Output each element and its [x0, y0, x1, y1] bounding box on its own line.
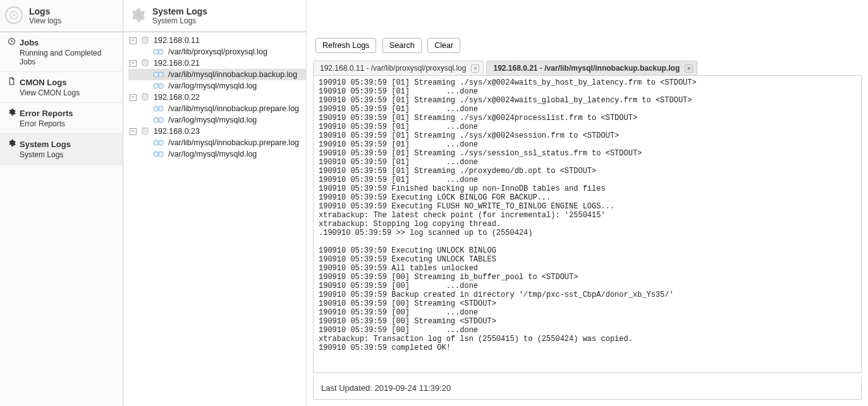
- clear-button[interactable]: Clear: [427, 38, 460, 53]
- tree-file[interactable]: /var/lib/mysql/innobackup.backup.log: [128, 69, 306, 80]
- tree-file[interactable]: /var/log/mysql/mysqld.log: [128, 114, 306, 126]
- action-bar: Refresh Logs Search Clear: [313, 6, 862, 59]
- nav-item-system-logs[interactable]: System LogsSystem Logs: [0, 134, 123, 165]
- refresh-button[interactable]: Refresh Logs: [315, 38, 376, 53]
- tree-host-label: 192.168.0.23: [154, 127, 200, 136]
- close-icon[interactable]: ×: [471, 64, 479, 73]
- clock-icon: [8, 37, 20, 47]
- gear-icon: [8, 108, 20, 118]
- file-icon: [8, 77, 20, 87]
- nav-desc: System Logs: [20, 150, 118, 159]
- tree-file-label: /var/lib/mysql/innobackup.prepare.log: [168, 104, 299, 113]
- tree-file[interactable]: /var/lib/mysql/innobackup.prepare.log: [128, 103, 306, 114]
- log-tab[interactable]: 192.168.0.21 - /var/lib/mysql/innobackup…: [486, 61, 697, 75]
- tree-host-label: 192.168.0.21: [154, 59, 200, 68]
- tree-file-label: /var/log/mysql/mysqld.log: [168, 116, 257, 124]
- log-output[interactable]: 190910 05:39:59 [01] Streaming ./sys/x@0…: [313, 75, 862, 373]
- nav-label: Jobs: [20, 38, 39, 47]
- tree-header-titles: System Logs System Logs: [152, 6, 207, 25]
- logfile-icon: [153, 71, 164, 79]
- file-tree: −192.168.0.11/var/lib/proxysql/proxysql.…: [123, 32, 306, 162]
- gear-icon: [8, 139, 20, 149]
- tree-file[interactable]: /var/log/mysql/mysqld.log: [128, 80, 306, 92]
- tree-file-label: /var/log/mysql/mysqld.log: [168, 81, 257, 90]
- nav-item-error-reports[interactable]: Error ReportsError Reports: [0, 103, 123, 134]
- nav-label: System Logs: [20, 140, 71, 149]
- status-bar: Last Updated: 2019-09-24 11:39:20: [313, 377, 862, 400]
- tree-file-label: /var/lib/mysql/innobackup.prepare.log: [168, 138, 299, 147]
- nav-desc: View CMON Logs: [20, 88, 118, 97]
- tab-label: 192.168.0.11 - /var/lib/proxysql/proxysq…: [320, 64, 466, 73]
- logfile-icon: [153, 116, 164, 124]
- search-button[interactable]: Search: [382, 38, 422, 53]
- database-icon: [140, 36, 150, 45]
- tree-host[interactable]: −192.168.0.21: [128, 57, 306, 69]
- tab-bar: 192.168.0.11 - /var/lib/proxysql/proxysq…: [313, 61, 862, 75]
- gear-icon: [128, 6, 146, 24]
- tree-file[interactable]: /var/log/mysql/mysqld.log: [128, 148, 306, 160]
- nav-item-cmon-logs[interactable]: CMON LogsView CMON Logs: [0, 72, 123, 103]
- collapse-icon[interactable]: −: [130, 37, 137, 44]
- close-icon[interactable]: ×: [685, 64, 693, 73]
- left-header-titles: Logs View logs: [29, 6, 61, 25]
- logfile-icon: [153, 150, 164, 158]
- nav-label: CMON Logs: [20, 78, 66, 87]
- tree-host[interactable]: −192.168.0.23: [128, 126, 306, 137]
- nav-desc: Error Reports: [20, 119, 118, 128]
- tree-host-label: 192.168.0.11: [154, 36, 200, 45]
- log-tab[interactable]: 192.168.0.11 - /var/lib/proxysql/proxysq…: [313, 61, 484, 75]
- collapse-icon[interactable]: −: [130, 94, 137, 101]
- tree-file-label: /var/lib/mysql/innobackup.backup.log: [168, 70, 297, 79]
- tree-panel: System Logs System Logs −192.168.0.11/va…: [123, 0, 307, 406]
- tree-host[interactable]: −192.168.0.11: [128, 35, 306, 46]
- logfile-icon: [153, 82, 164, 90]
- collapse-icon[interactable]: −: [130, 128, 137, 135]
- tree-header: System Logs System Logs: [123, 3, 306, 32]
- dashboard-icon: [5, 6, 23, 24]
- database-icon: [140, 93, 150, 102]
- database-icon: [140, 59, 150, 68]
- nav-label: Error Reports: [20, 109, 73, 118]
- svg-point-1: [13, 15, 14, 15]
- content-area: Refresh Logs Search Clear 192.168.0.11 -…: [307, 0, 868, 406]
- tree-host-label: 192.168.0.22: [154, 93, 200, 102]
- nav-item-jobs[interactable]: JobsRunning and Completed Jobs: [0, 32, 123, 72]
- left-sidebar: Logs View logs JobsRunning and Completed…: [0, 0, 123, 406]
- tree-file[interactable]: /var/lib/mysql/innobackup.prepare.log: [128, 137, 306, 148]
- tree-host[interactable]: −192.168.0.22: [128, 92, 306, 103]
- logfile-icon: [153, 48, 164, 56]
- tree-header-title: System Logs: [152, 6, 207, 16]
- tree-file-label: /var/log/mysql/mysqld.log: [168, 150, 257, 158]
- database-icon: [140, 127, 150, 136]
- tree-header-subtitle: System Logs: [152, 16, 207, 25]
- logfile-icon: [153, 139, 164, 147]
- nav-desc: Running and Completed Jobs: [20, 49, 118, 66]
- logfile-icon: [153, 105, 164, 113]
- tab-label: 192.168.0.21 - /var/lib/mysql/innobackup…: [493, 64, 680, 73]
- left-header-title: Logs: [29, 6, 61, 16]
- tree-file[interactable]: /var/lib/proxysql/proxysql.log: [128, 46, 306, 57]
- left-header-subtitle: View logs: [29, 16, 61, 25]
- left-header: Logs View logs: [0, 3, 123, 32]
- tree-file-label: /var/lib/proxysql/proxysql.log: [168, 47, 267, 56]
- nav-list: JobsRunning and Completed JobsCMON LogsV…: [0, 32, 123, 165]
- collapse-icon[interactable]: −: [130, 60, 137, 67]
